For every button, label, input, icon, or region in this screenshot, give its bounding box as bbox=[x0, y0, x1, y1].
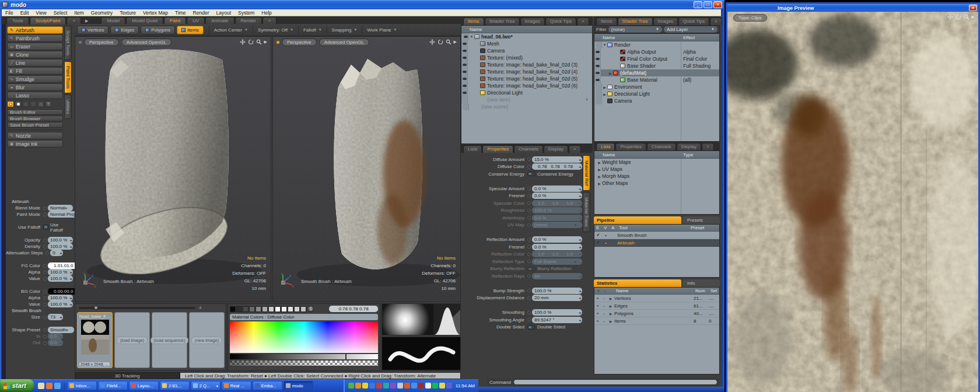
property-value-field[interactable]: 0.0 % ▾ ◂▸ bbox=[532, 236, 582, 243]
tip-option-button[interactable]: ▥ bbox=[37, 101, 44, 107]
taskbar-task-button[interactable]: J:\EL... bbox=[160, 381, 190, 390]
channel-dot[interactable] bbox=[43, 328, 47, 332]
expand-arrow-icon[interactable]: ▶ bbox=[597, 160, 602, 164]
shader-layer-row[interactable]: ▶ (defaultMat) bbox=[594, 69, 719, 76]
panel-tab[interactable]: Channels bbox=[647, 143, 676, 150]
expand-arrow-icon[interactable]: ▼ bbox=[602, 43, 607, 47]
panel-tab[interactable]: + bbox=[710, 18, 722, 25]
visibility-eye-icon[interactable] bbox=[461, 61, 468, 68]
property-value-field[interactable]: 0 ▾ ◂▸ bbox=[50, 250, 63, 256]
tool-button[interactable]: ∿ Smudge bbox=[7, 75, 63, 83]
info-tab[interactable]: Info bbox=[682, 279, 720, 287]
panel-tab[interactable]: Quick Tips bbox=[545, 18, 576, 25]
channel-dot[interactable] bbox=[46, 251, 49, 255]
visibility-eye-icon[interactable] bbox=[461, 54, 468, 61]
clip-cell[interactable]: (load image) (load image) bbox=[114, 312, 150, 368]
item-row[interactable]: Texture: (mixed) bbox=[461, 54, 592, 61]
tray-icon[interactable] bbox=[369, 383, 375, 388]
value-spinner[interactable]: ◂▸ bbox=[579, 216, 581, 220]
shader-layer-row[interactable]: Final Color Output Final Color bbox=[594, 55, 719, 62]
panel-tab[interactable]: Items bbox=[596, 18, 617, 25]
shader-layer-row[interactable]: Base Shader Full Shading bbox=[594, 62, 719, 69]
preview-type-label[interactable]: Type: Clips bbox=[733, 14, 767, 22]
toggle-switch[interactable] bbox=[527, 325, 536, 330]
visibility-eye-icon[interactable] bbox=[596, 90, 602, 97]
toggle-switch[interactable] bbox=[527, 267, 536, 271]
tool-category-tab[interactable]: Utilities bbox=[64, 94, 72, 119]
gray-swatch[interactable] bbox=[294, 306, 300, 312]
zoom-icon[interactable] bbox=[964, 14, 970, 20]
item-row[interactable]: Mesh bbox=[461, 40, 592, 47]
panel-tab[interactable]: Display bbox=[544, 145, 568, 153]
value-spinner[interactable]: ◂▸ bbox=[579, 164, 581, 169]
property-value-field[interactable]: 100.0 % ▾ ◂▸ bbox=[48, 269, 73, 275]
material-side-tab[interactable]: Material Trans bbox=[583, 192, 590, 232]
menu-item[interactable]: Geometry bbox=[88, 10, 116, 16]
visibility-eye-icon[interactable] bbox=[594, 69, 601, 76]
channel-dot[interactable] bbox=[43, 271, 47, 274]
brush-panel-button[interactable]: Brush Editor bbox=[7, 109, 63, 115]
value-spinner[interactable]: ◂▸ bbox=[579, 289, 581, 293]
expand-arrow-icon[interactable]: ▶ bbox=[607, 319, 614, 323]
panel-tab[interactable]: + bbox=[577, 18, 589, 25]
gray-swatch[interactable] bbox=[288, 306, 293, 312]
expand-arrow-icon[interactable]: ▶ bbox=[597, 167, 602, 172]
visibility-eye-icon[interactable] bbox=[596, 83, 602, 90]
channel-dot[interactable] bbox=[527, 223, 531, 227]
property-value-field[interactable]: 100.0 % ▾ ◂▸ bbox=[48, 295, 73, 301]
value-spinner[interactable]: ◂▸ bbox=[69, 238, 72, 242]
channel-dot[interactable] bbox=[43, 264, 47, 268]
item-row[interactable]: (new item) ▼ bbox=[461, 96, 592, 103]
value-spinner[interactable]: ◂▸ bbox=[579, 274, 581, 278]
renderer-button[interactable]: Advanced OpenGL bbox=[121, 38, 172, 46]
channel-dot[interactable] bbox=[527, 318, 531, 321]
tool-button[interactable]: ╱ Line bbox=[7, 59, 63, 66]
channel-dot[interactable] bbox=[527, 209, 531, 212]
property-value-field[interactable]: 89.5247 ° ▾ ◂▸ bbox=[532, 317, 582, 323]
menu-item[interactable]: File bbox=[2, 10, 17, 16]
zoom-icon[interactable] bbox=[446, 39, 452, 45]
item-row[interactable]: Texture: Image: head_bake_final_02d (6) bbox=[461, 82, 592, 89]
expand-arrow-icon[interactable]: ▶ bbox=[597, 181, 602, 186]
layer-effect[interactable]: Alpha bbox=[683, 49, 696, 55]
toolbar-dropdown[interactable]: Action Center▼ bbox=[209, 26, 253, 34]
channel-dot[interactable] bbox=[527, 216, 531, 219]
property-value-field[interactable]: 0.0 % ▾ ◂▸ bbox=[532, 215, 582, 221]
channel-dot[interactable] bbox=[527, 187, 531, 190]
layout-tab[interactable]: Sculpt/Paint bbox=[30, 17, 66, 24]
tool-button[interactable]: ▣ Clone bbox=[7, 51, 63, 58]
panel-tab[interactable]: Properties bbox=[615, 143, 646, 150]
lists-header[interactable]: Name Type bbox=[594, 151, 719, 159]
selection-mode-button[interactable]: Items bbox=[177, 26, 204, 34]
value-spinner[interactable]: ◂▸ bbox=[579, 187, 581, 191]
tray-icon[interactable] bbox=[446, 383, 452, 388]
hard-tip-button[interactable] bbox=[15, 101, 22, 107]
channel-dot[interactable] bbox=[527, 238, 531, 242]
deselect-minus-button[interactable]: - bbox=[601, 303, 607, 309]
taskbar-task-button[interactable]: Inbox... bbox=[67, 381, 97, 390]
map-group-row[interactable]: ▶ Other Maps bbox=[594, 180, 719, 187]
property-value-field[interactable]: 100.0 % ▾ ◂▸ bbox=[48, 301, 73, 307]
slider-handle[interactable] bbox=[94, 306, 98, 310]
taskbar-task-button[interactable]: Emba... bbox=[253, 381, 282, 390]
viewport-menu-arrow-icon[interactable]: ▶ bbox=[454, 40, 457, 44]
thumbnail-size-slider[interactable]: ▲ bbox=[79, 307, 195, 309]
tool-button[interactable]: ▭ Eraser bbox=[7, 43, 63, 50]
value-spinner[interactable]: ◂▸ bbox=[579, 201, 581, 205]
tray-icon[interactable] bbox=[390, 383, 396, 388]
pipeline-tool-row[interactable]: ✔ • Airbrush bbox=[594, 239, 719, 247]
pan-icon[interactable] bbox=[429, 39, 435, 45]
value-spinner[interactable]: ◂▸ bbox=[60, 315, 62, 319]
tool-button[interactable]: ✎ Nozzle bbox=[7, 132, 63, 139]
value-spinner[interactable]: ◂▸ bbox=[69, 302, 72, 306]
item-row[interactable]: (new scene) bbox=[461, 103, 592, 110]
panel-tab[interactable]: Lists bbox=[596, 143, 615, 150]
property-value-field[interactable]: 0.0 ▾ ◂▸ bbox=[48, 340, 63, 346]
menu-item[interactable]: Select bbox=[50, 10, 71, 16]
channel-dot[interactable] bbox=[527, 296, 531, 300]
property-value-field[interactable]: 100.0 % ▾ ◂▸ bbox=[532, 309, 582, 316]
property-value-field[interactable]: 73 ▾ ◂▸ bbox=[48, 314, 63, 320]
panel-tab[interactable]: Quick Tips bbox=[678, 18, 709, 25]
visibility-eye-icon[interactable] bbox=[461, 75, 468, 82]
gray-swatch[interactable] bbox=[300, 306, 306, 312]
